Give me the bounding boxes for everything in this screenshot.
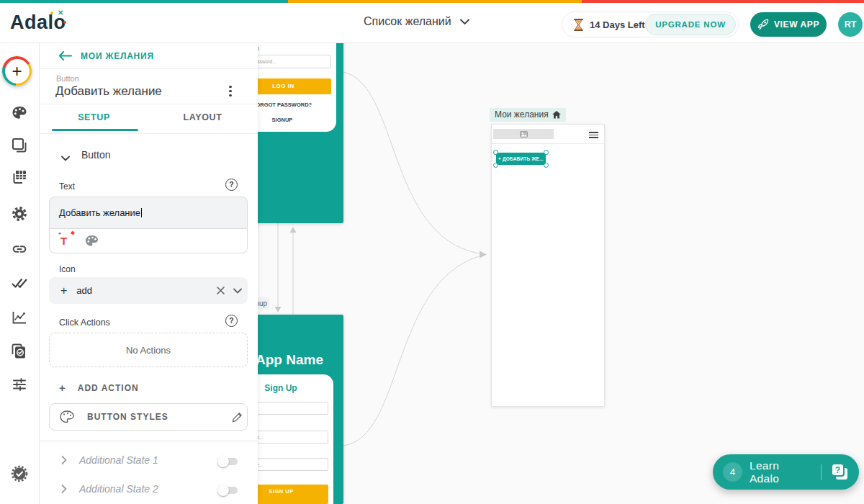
divider bbox=[40, 133, 258, 134]
learn-label: Learn Adalo bbox=[750, 459, 811, 485]
upgrade-now-button[interactable]: UPGRADE NOW bbox=[645, 14, 736, 35]
learn-count-badge: 4 bbox=[723, 462, 742, 482]
chevron-right-icon bbox=[61, 485, 67, 493]
text-toolbar: T+✱ bbox=[49, 229, 248, 253]
selection-handle-se[interactable] bbox=[544, 163, 549, 168]
checklist-icon[interactable] bbox=[11, 274, 28, 292]
help-icon[interactable]: ? bbox=[225, 315, 238, 327]
state-2-toggle[interactable] bbox=[219, 487, 238, 494]
chevron-down-icon bbox=[460, 19, 469, 24]
magic-text-icon[interactable]: T+✱ bbox=[60, 235, 73, 247]
screens-icon[interactable] bbox=[11, 137, 28, 154]
app-title-dropdown[interactable]: Список желаний bbox=[364, 0, 469, 43]
palette-outline-icon bbox=[60, 410, 74, 423]
back-arrow-icon bbox=[58, 51, 72, 60]
home-icon bbox=[552, 111, 561, 119]
database-icon[interactable] bbox=[11, 168, 28, 186]
text-field-label: Text bbox=[59, 181, 75, 192]
additional-state-2-row[interactable]: Additional State 2 bbox=[40, 477, 258, 504]
link-icon[interactable] bbox=[11, 240, 28, 258]
divider bbox=[40, 441, 258, 441]
state-1-label: Additional State 1 bbox=[79, 454, 158, 466]
properties-panel: МОИ ЖЕЛАНИЯ Button Добавить желание SETU… bbox=[40, 43, 258, 504]
add-button-label: + ДОБАВИТЬ ЖЕ... bbox=[498, 156, 544, 161]
hourglass-icon bbox=[574, 19, 583, 31]
appbar-placeholder[interactable] bbox=[493, 129, 554, 139]
clear-icon[interactable] bbox=[217, 287, 225, 294]
wishlist-screen-label-text: Мои желания bbox=[495, 108, 549, 122]
text-caret bbox=[141, 208, 142, 217]
additional-state-1-row[interactable]: Additional State 1 bbox=[40, 448, 258, 475]
button-styles-button[interactable]: BUTTON STYLES bbox=[49, 403, 248, 431]
image-placeholder-icon bbox=[520, 131, 528, 138]
chevron-down-icon bbox=[61, 156, 70, 161]
divider bbox=[492, 143, 604, 144]
tab-layout[interactable]: LAYOUT bbox=[148, 112, 257, 122]
adalo-logo[interactable]: Adalo ✕ bbox=[10, 12, 66, 34]
app-title-text: Список желаний bbox=[364, 15, 451, 28]
click-actions-label: Click Actions bbox=[59, 318, 110, 328]
section-collapse-button[interactable] bbox=[61, 151, 70, 164]
no-actions-box: No Actions bbox=[49, 333, 248, 367]
view-app-label: VIEW APP bbox=[774, 19, 819, 30]
trial-status-pill: 14 Days Left UPGRADE NOW bbox=[562, 12, 739, 37]
text-color-palette-icon[interactable] bbox=[85, 235, 99, 247]
learn-adalo-widget[interactable]: 4 Learn Adalo ? bbox=[713, 454, 859, 490]
plus-icon: + bbox=[59, 382, 66, 394]
divider bbox=[821, 464, 822, 480]
button-styles-label: BUTTON STYLES bbox=[87, 412, 168, 422]
divider bbox=[40, 104, 258, 104]
view-app-button[interactable]: VIEW APP bbox=[750, 12, 827, 37]
kebab-menu-icon[interactable] bbox=[224, 84, 237, 98]
icon-field-label: Icon bbox=[59, 264, 76, 274]
help-icon[interactable]: ? bbox=[225, 179, 238, 191]
add-action-button[interactable]: + ADD ACTION bbox=[59, 382, 139, 394]
button-text-value: Добавить желание bbox=[59, 207, 140, 218]
state-2-label: Additional State 2 bbox=[79, 483, 158, 495]
selected-add-button[interactable]: + ДОБАВИТЬ ЖЕ... bbox=[496, 153, 546, 165]
selection-handle-sw[interactable] bbox=[493, 163, 498, 168]
top-bar: Adalo ✕ Список желаний 14 Days Left UPGR… bbox=[0, 0, 864, 43]
settings-gear-icon[interactable] bbox=[11, 205, 28, 222]
state-1-toggle[interactable] bbox=[219, 458, 238, 465]
help-chat-icon[interactable]: ? bbox=[831, 463, 849, 481]
add-component-button[interactable]: + bbox=[2, 56, 32, 86]
chevron-right-icon bbox=[61, 456, 67, 464]
analytics-icon[interactable] bbox=[11, 309, 28, 326]
chevron-down-icon[interactable] bbox=[233, 288, 242, 294]
filters-icon[interactable] bbox=[11, 376, 28, 393]
days-left-text: 14 Days Left bbox=[590, 19, 645, 30]
icon-select[interactable]: + add bbox=[49, 277, 248, 304]
tab-setup[interactable]: SETUP bbox=[40, 112, 148, 122]
app-name-heading: App Name bbox=[256, 352, 323, 368]
no-actions-text: No Actions bbox=[126, 345, 171, 356]
back-label: МОИ ЖЕЛАНИЯ bbox=[81, 51, 154, 61]
edit-pencil-icon[interactable] bbox=[232, 412, 243, 423]
button-text-input[interactable]: Добавить желание bbox=[49, 197, 248, 229]
wishlist-screen-label[interactable]: Мои желания bbox=[490, 108, 566, 122]
component-type: Button bbox=[56, 74, 79, 83]
icon-select-value: add bbox=[76, 285, 92, 296]
user-avatar[interactable]: RT bbox=[838, 12, 863, 37]
back-to-screen[interactable]: МОИ ЖЕЛАНИЯ bbox=[40, 43, 258, 69]
wishlist-screen[interactable]: + ДОБАВИТЬ ЖЕ... bbox=[491, 124, 605, 407]
menu-icon[interactable] bbox=[589, 132, 598, 138]
left-toolbar: + bbox=[0, 43, 40, 504]
active-tab-underline bbox=[52, 129, 138, 131]
branding-palette-icon[interactable] bbox=[11, 104, 28, 122]
selection-handle-ne[interactable] bbox=[544, 150, 549, 155]
add-glyph-icon: + bbox=[60, 284, 67, 297]
verified-badge-icon[interactable] bbox=[11, 465, 28, 482]
publish-icon[interactable] bbox=[11, 343, 28, 360]
component-name: Добавить желание bbox=[55, 84, 162, 99]
rocket-icon bbox=[757, 19, 769, 30]
selection-handle-nw[interactable] bbox=[493, 150, 498, 155]
add-action-label: ADD ACTION bbox=[78, 383, 139, 393]
section-title: Button bbox=[81, 149, 110, 161]
